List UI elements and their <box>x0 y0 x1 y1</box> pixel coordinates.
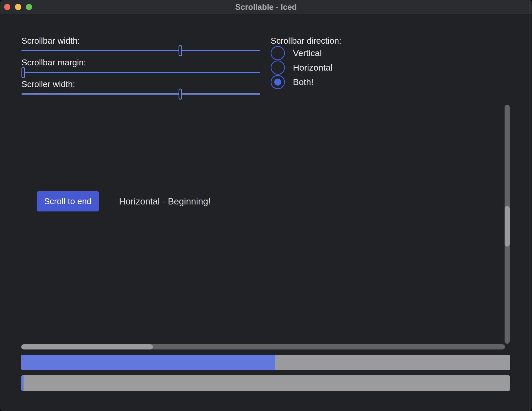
horizontal-scrollbar-thumb[interactable] <box>21 344 153 349</box>
horizontal-scrollbar-track[interactable] <box>21 344 505 349</box>
scrollbar-width-slider[interactable] <box>21 45 260 57</box>
slider-handle[interactable] <box>179 89 182 100</box>
radio-circle[interactable] <box>271 46 285 60</box>
window-title: Scrollable - Iced <box>0 0 532 14</box>
radio-label[interactable]: Horizontal <box>293 63 333 73</box>
scroller-width-slider[interactable] <box>21 88 260 100</box>
radio-label[interactable]: Vertical <box>293 48 322 58</box>
radio-circle[interactable] <box>271 60 285 75</box>
radio-option-horizontal[interactable]: Horizontal <box>271 60 333 75</box>
app-window: Scrollable - Iced Scrollbar width: Scrol… <box>0 0 532 411</box>
radio-label[interactable]: Both! <box>293 77 313 87</box>
progress-fill <box>21 375 24 391</box>
scrollbar-margin-label: Scrollbar margin: <box>21 58 86 67</box>
slider-rail[interactable] <box>21 72 260 73</box>
progress-fill <box>21 355 275 370</box>
scrollbar-direction-label: Scrollbar direction: <box>271 36 341 46</box>
vertical-scrollbar-thumb[interactable] <box>505 206 510 246</box>
horizontal-scroll-progress-bar <box>21 375 510 391</box>
vertical-scroll-progress-bar <box>21 355 510 370</box>
slider-handle[interactable] <box>21 67 25 78</box>
scroll-to-end-button[interactable]: Scroll to end <box>37 191 99 211</box>
slider-handle[interactable] <box>179 45 182 56</box>
scrollbar-margin-slider[interactable] <box>21 67 260 79</box>
slider-rail[interactable] <box>21 93 260 95</box>
titlebar[interactable]: Scrollable - Iced <box>0 0 532 14</box>
scroll-status-text: Horizontal - Beginning! <box>119 191 211 211</box>
screenshot-stage: Scrollable - Iced Scrollbar width: Scrol… <box>0 0 532 411</box>
window-right-edge-divider <box>529 0 530 411</box>
radio-circle[interactable] <box>271 75 285 89</box>
slider-rail[interactable] <box>21 50 260 51</box>
radio-option-vertical[interactable]: Vertical <box>271 46 322 60</box>
radio-dot-icon <box>274 79 281 86</box>
scrollbar-width-label: Scrollbar width: <box>21 36 80 46</box>
scroller-width-label: Scroller width: <box>21 79 75 89</box>
vertical-scrollbar-track[interactable] <box>505 105 510 344</box>
radio-option-both[interactable]: Both! <box>271 75 313 89</box>
